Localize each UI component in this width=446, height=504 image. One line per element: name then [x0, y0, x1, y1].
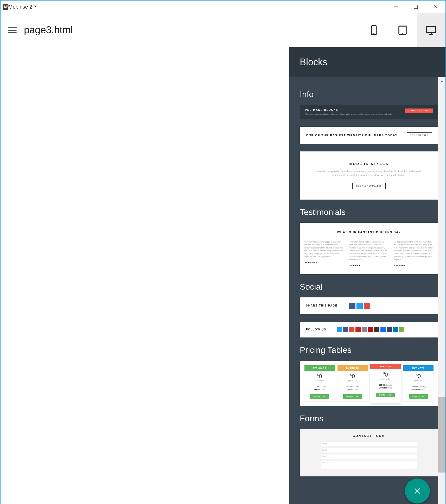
form-field: Email: [321, 448, 417, 452]
form-field: Message: [321, 461, 417, 469]
testimonial-column: “At first view, looks like a live innova…: [394, 240, 434, 266]
close-button[interactable]: [426, 1, 445, 13]
testimonial-author: SUFFIAN A.: [349, 264, 389, 266]
menu-button[interactable]: [1, 25, 24, 35]
price-card: STANDARD $0 per month 32 GB StorageUnlim…: [304, 365, 335, 401]
price-card: BUSINESS $0 per month 80 GB StorageUnlim…: [337, 365, 368, 401]
social-icon: [368, 327, 373, 332]
maximize-button[interactable]: [406, 1, 426, 13]
price-plan-name: BUSINESS: [337, 365, 368, 371]
category-testimonials-title: Testimonials: [300, 207, 438, 217]
info2-button: TRY FOR FREE: [407, 132, 432, 138]
svg-rect-8: [427, 27, 436, 33]
price-period: per month: [337, 380, 368, 381]
panel-body[interactable]: Info PRE MADE BLOCKS Mobirise comes with…: [289, 77, 445, 504]
price-plan-name: PREMIUM: [370, 364, 401, 369]
social-icon: [349, 327, 354, 332]
forms-block[interactable]: CONTACT FORM NameEmailPhoneMessage: [300, 429, 438, 476]
svg-point-5: [373, 33, 374, 34]
info1-sub: Mobirise comes with huge collection of p…: [305, 113, 405, 115]
forms-heading: CONTACT FORM: [321, 434, 417, 437]
form-field: Name: [321, 442, 417, 446]
category-forms-title: Forms: [300, 414, 438, 423]
testimonial-quote: “First of all hands off to you guys for …: [349, 240, 389, 261]
window-title: Mobirise 2.7: [8, 4, 386, 10]
testimonials-block[interactable]: WHAT OUR FANTASTIC USERS SAY “As really …: [300, 223, 438, 274]
category-info-title: Info: [300, 90, 438, 99]
follow-icons: [337, 327, 404, 332]
social-icon: [380, 327, 386, 332]
title-bar: Mobirise 2.7: [0, 0, 446, 13]
desktop-preview-button[interactable]: [417, 13, 445, 47]
social-icon: [337, 327, 342, 332]
info3-button: SEE ALL TEMPLATES: [352, 183, 386, 189]
price-amount: $0: [370, 369, 401, 378]
price-period: per month: [403, 380, 434, 381]
testimonial-column: “First of all hands off to you guys for …: [349, 240, 389, 266]
tablet-preview-button[interactable]: [388, 13, 417, 47]
price-plan-name: STANDARD: [304, 365, 335, 371]
price-period: per month: [304, 380, 335, 381]
social-icon: [356, 303, 363, 309]
testi-heading: WHAT OUR FANTASTIC USERS SAY: [304, 231, 434, 234]
tablet-icon: [397, 25, 408, 36]
mobile-preview-button[interactable]: [360, 13, 388, 47]
svg-rect-1: [414, 5, 418, 9]
price-button: DEMO LINK: [409, 394, 428, 399]
info-block-easiest[interactable]: ONE OF THE EASIEST WEBSITE BUILDERS TODA…: [300, 127, 438, 144]
info1-heading: PRE MADE BLOCKS: [305, 109, 405, 111]
info3-body: Mobirise has provided for website develo…: [315, 170, 423, 177]
testimonial-quote: “As really nice designing apps these whe…: [304, 240, 344, 258]
price-amount: $0: [403, 371, 434, 380]
price-button: DEMO LINK: [343, 394, 362, 399]
pricing-block[interactable]: STANDARD $0 per month 32 GB StorageUnlim…: [300, 361, 438, 406]
app-icon: [3, 4, 8, 10]
testimonial-column: “As really nice designing apps these whe…: [304, 240, 344, 266]
scroll-up-icon[interactable]: ▴: [438, 77, 445, 84]
social-icon: [343, 327, 348, 332]
top-toolbar: page3.html: [1, 13, 445, 47]
page-title: page3.html: [24, 24, 73, 36]
price-features: 32 GB StorageUnlimited Users: [304, 385, 335, 391]
price-button: DEMO LINK: [376, 393, 395, 397]
social-icon: [393, 327, 398, 332]
category-social-title: Social: [300, 282, 438, 292]
price-period: per month: [370, 378, 401, 380]
share-label: SHARE THIS PAGE!: [306, 304, 339, 307]
social-icon: [364, 303, 370, 309]
category-pricing-title: Pricing Tables: [300, 345, 438, 355]
testimonial-quote: “At first view, looks like a live innova…: [394, 240, 434, 261]
info2-heading: ONE OF THE EASIEST WEBSITE BUILDERS TODA…: [306, 134, 399, 137]
social-icon: [349, 303, 355, 309]
price-amount: $0: [304, 371, 335, 380]
minimize-button[interactable]: [386, 1, 406, 13]
info-block-premade[interactable]: PRE MADE BLOCKS Mobirise comes with huge…: [300, 105, 438, 119]
info1-button: START A JOURNEY: [405, 109, 433, 113]
social-icon: [362, 327, 367, 332]
social-icon: [399, 327, 404, 332]
social-icon: [355, 327, 361, 332]
testimonial-author: JHOLLMAN C.: [394, 264, 434, 266]
follow-label: FOLLOW US: [306, 328, 326, 331]
share-icons: [349, 303, 370, 309]
price-features: 80 GB StorageUnlimited Users: [337, 385, 368, 391]
panel-scrollbar[interactable]: ▴ ▾: [438, 77, 445, 504]
price-card: ULTIMATE $0 per month Unlimited StorageU…: [403, 365, 434, 401]
info-block-modern[interactable]: MODERN STYLES Mobirise has provided for …: [300, 151, 438, 200]
social-icon: [387, 327, 392, 332]
page-canvas[interactable]: [1, 47, 289, 504]
price-features: Unlimited StorageUnlimited Users: [403, 385, 434, 391]
window-controls: [386, 1, 445, 13]
blocks-panel: Blocks Info PRE MADE BLOCKS Mobirise com…: [289, 47, 445, 504]
testimonial-author: ABANOUB S.: [304, 261, 344, 264]
price-card: PREMIUM $0 per month 100 GB StorageUnlim…: [370, 364, 401, 403]
scroll-thumb[interactable]: [438, 397, 445, 473]
price-plan-name: ULTIMATE: [403, 365, 434, 371]
social-share-block[interactable]: SHARE THIS PAGE!: [300, 297, 438, 314]
price-features: 100 GB StorageUnlimited Users: [370, 384, 401, 389]
panel-title: Blocks: [289, 47, 445, 77]
close-panel-fab[interactable]: [405, 479, 430, 503]
social-follow-block[interactable]: FOLLOW US: [300, 322, 438, 337]
price-amount: $0: [337, 371, 368, 380]
desktop-icon: [426, 25, 437, 36]
